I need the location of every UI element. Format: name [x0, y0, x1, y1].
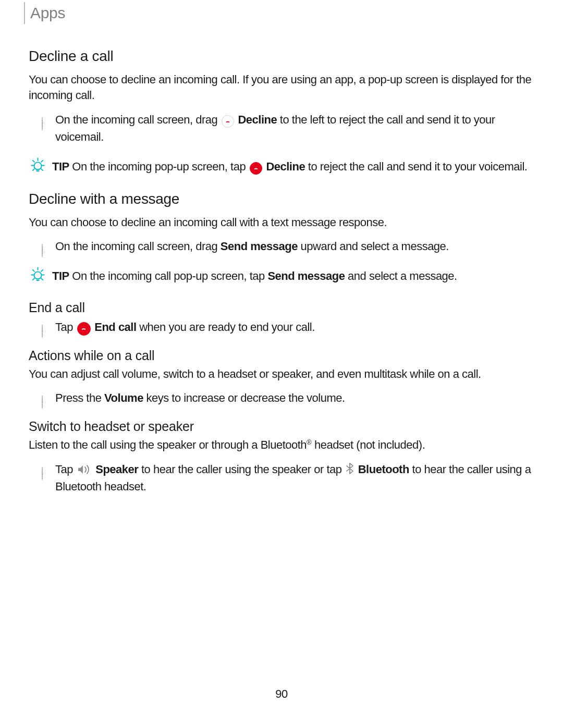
text: Tap	[55, 320, 76, 334]
tip-label: TIP	[52, 160, 69, 173]
heading-decline-message: Decline with a message	[29, 191, 534, 207]
registered-mark: ®	[307, 438, 311, 446]
tip-block: TIP On the incoming call pop-up screen, …	[29, 267, 534, 285]
heading-switch: Switch to headset or speaker	[29, 419, 534, 434]
bullet-circle-icon	[42, 393, 49, 401]
bold-endcall: End call	[94, 320, 136, 334]
tip-text: TIP On the incoming pop-up screen, tap D…	[52, 158, 527, 175]
text: to reject the call and send it to your v…	[308, 160, 528, 173]
text: On the incoming call screen, drag	[55, 113, 221, 126]
bold-decline: Decline	[238, 113, 277, 126]
bold-decline: Decline	[266, 160, 305, 173]
bold-volume: Volume	[104, 391, 143, 404]
text: On the incoming pop-up screen, tap	[72, 160, 248, 173]
svg-point-1	[34, 272, 42, 279]
intro-decline-call: You can choose to decline an incoming ca…	[29, 72, 534, 104]
decline-outline-icon	[222, 115, 234, 128]
page-number: 90	[0, 687, 563, 701]
bullet-list: Press the Volume keys to increase or dec…	[42, 389, 534, 406]
list-item: On the incoming call screen, drag Declin…	[42, 111, 534, 145]
bullet-list: Tap Speaker to hear the caller using the…	[42, 461, 534, 495]
section-decline-message: Decline with a message You can choose to…	[29, 191, 534, 285]
section-actions: Actions while on a call You can adjust c…	[29, 348, 534, 406]
bullet-list: On the incoming call screen, drag Send m…	[42, 238, 534, 255]
bullet-circle-icon	[42, 323, 49, 330]
bullet-circle-icon	[42, 242, 49, 249]
list-item: Tap Speaker to hear the caller using the…	[42, 461, 534, 495]
list-item: Tap End call when you are ready to end y…	[42, 318, 534, 336]
bold-sendmessage: Send message	[221, 240, 298, 253]
text: Press the	[55, 391, 104, 404]
tip-label: TIP	[52, 269, 69, 282]
section-end-call: End a call Tap End call when you are rea…	[29, 300, 534, 336]
document-page: Apps Decline a call You can choose to de…	[0, 0, 563, 728]
bold-bluetooth: Bluetooth	[358, 463, 409, 476]
bold-sendmessage: Send message	[267, 269, 345, 282]
text: upward and select a message.	[301, 240, 449, 253]
text: and select a message.	[348, 269, 457, 282]
heading-end-call: End a call	[29, 300, 534, 315]
header-divider	[24, 2, 25, 24]
intro-decline-message: You can choose to decline an incoming ca…	[29, 215, 534, 230]
section-switch: Switch to headset or speaker Listen to t…	[29, 419, 534, 495]
heading-actions: Actions while on a call	[29, 348, 534, 363]
bullet-list: Tap End call when you are ready to end y…	[42, 318, 534, 336]
lightbulb-icon	[29, 156, 47, 175]
speaker-icon	[77, 464, 92, 475]
bluetooth-icon	[345, 462, 354, 474]
decline-filled-icon	[250, 162, 262, 175]
svg-point-0	[34, 162, 42, 169]
bold-speaker: Speaker	[95, 463, 138, 476]
bullet-circle-icon	[42, 115, 49, 122]
page-header: Apps	[29, 0, 534, 24]
bullet-list: On the incoming call screen, drag Declin…	[42, 111, 534, 145]
text: when you are ready to end your call.	[139, 320, 315, 334]
intro-switch: Listen to the call using the speaker or …	[29, 437, 534, 453]
list-item: On the incoming call screen, drag Send m…	[42, 238, 534, 255]
end-call-icon	[77, 322, 91, 336]
text: headset (not included).	[311, 438, 425, 451]
bullet-circle-icon	[42, 465, 49, 472]
text: keys to increase or decrease the volume.	[146, 391, 345, 404]
heading-decline-call: Decline a call	[29, 48, 534, 65]
tip-block: TIP On the incoming pop-up screen, tap D…	[29, 158, 534, 175]
text: On the incoming call screen, drag	[55, 240, 221, 253]
list-item: Press the Volume keys to increase or dec…	[42, 389, 534, 406]
section-decline-call: Decline a call You can choose to decline…	[29, 48, 534, 175]
text: Tap	[55, 463, 76, 476]
lightbulb-icon	[29, 266, 47, 284]
header-title: Apps	[30, 4, 65, 22]
tip-text: TIP On the incoming call pop-up screen, …	[52, 267, 457, 285]
text: Listen to the call using the speaker or …	[29, 438, 307, 451]
text: to hear the caller using the speaker or …	[141, 463, 345, 476]
intro-actions: You can adjust call volume, switch to a …	[29, 366, 534, 382]
text: On the incoming call pop-up screen, tap	[72, 269, 267, 282]
